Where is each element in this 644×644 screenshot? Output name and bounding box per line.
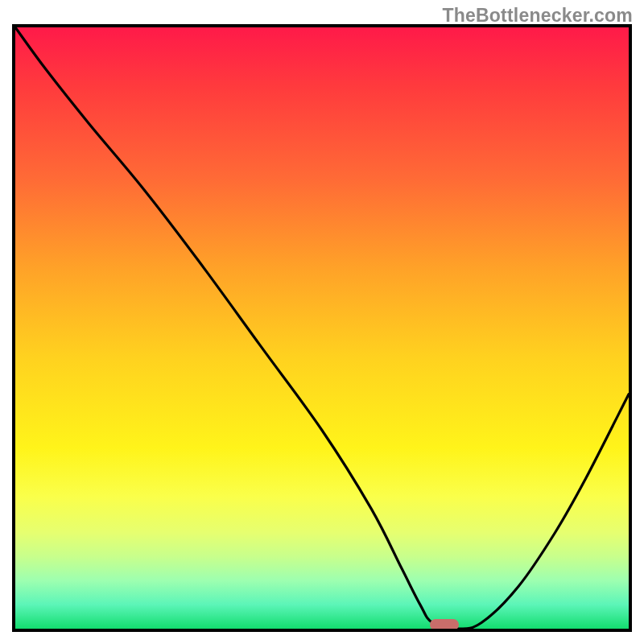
chart-frame xyxy=(12,24,632,632)
optimal-marker xyxy=(430,619,459,630)
chart-background-gradient xyxy=(15,27,629,629)
watermark-text: TheBottlenecker.com xyxy=(443,5,633,27)
